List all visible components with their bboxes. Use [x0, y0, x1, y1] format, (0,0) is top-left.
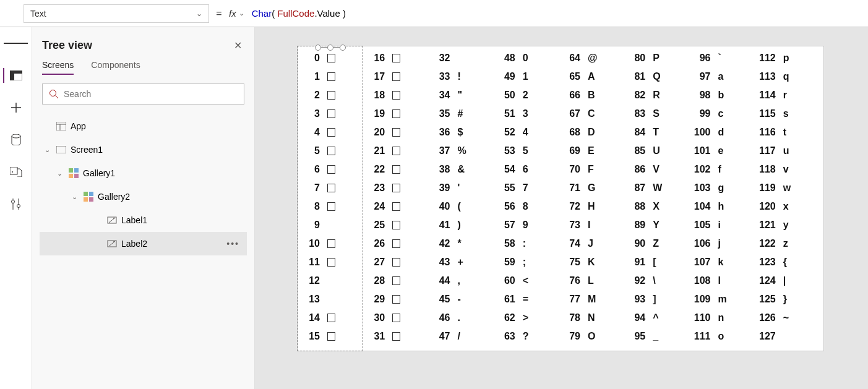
ascii-cell: 77M	[558, 290, 623, 309]
ascii-cell: 76L	[558, 271, 623, 290]
fx-label: fx	[229, 8, 236, 19]
ascii-cell: 535	[493, 142, 558, 160]
tree-view-icon[interactable]	[3, 68, 28, 83]
ascii-cell: 32	[428, 49, 493, 67]
gallery-icon	[83, 192, 94, 202]
tree-node-label: Gallery1	[83, 168, 115, 178]
ascii-column: 48049150251352453554655756857958:59;60<6…	[493, 46, 558, 351]
ascii-cell: 105i	[689, 216, 754, 234]
formula-input[interactable]: Char( FullCode.Value )	[252, 8, 809, 19]
canvas[interactable]: 0123456789101112131415161718192021222324…	[297, 46, 824, 351]
ascii-cell: 11	[298, 253, 363, 271]
ascii-cell: 34"	[428, 86, 493, 105]
ascii-cell: 119w	[754, 179, 819, 197]
svg-point-31	[113, 241, 114, 242]
ascii-cell: 122z	[754, 234, 819, 253]
close-icon[interactable]: ✕	[231, 37, 244, 54]
ascii-cell: 102f	[689, 160, 754, 179]
svg-rect-20	[69, 174, 73, 178]
tree-title: Tree view	[42, 39, 92, 52]
fx-dropdown[interactable]: fx ⌄	[229, 8, 252, 19]
ascii-cell: 39'	[428, 179, 493, 197]
ascii-cell: 21	[363, 142, 428, 160]
chevron-down-icon: ⌄	[45, 146, 52, 154]
tree-node-label1[interactable]: Label1•••	[40, 208, 247, 232]
ascii-cell: 37%	[428, 142, 493, 160]
ascii-cell: 29	[363, 290, 428, 309]
svg-rect-22	[84, 192, 88, 196]
svg-rect-2	[10, 74, 14, 80]
ascii-cell: 68D	[558, 123, 623, 142]
tree-node-screen1[interactable]: ⌄Screen1•••	[40, 138, 247, 161]
ascii-column: 32 33!34"35#36$37%38&39'40(41)42*43+44,4…	[428, 46, 493, 351]
ascii-cell: 61=	[493, 290, 558, 309]
ascii-cell: 64@	[558, 49, 623, 67]
ascii-cell: 88X	[623, 197, 688, 216]
ascii-cell: 579	[493, 216, 558, 234]
ascii-cell: 121y	[754, 216, 819, 234]
ascii-cell: 44,	[428, 271, 493, 290]
ascii-cell: 104h	[689, 197, 754, 216]
tree-panel: Tree view ✕ Screens Components App•••⌄Sc…	[32, 27, 255, 389]
data-icon[interactable]	[4, 132, 28, 147]
ascii-cell: 31	[363, 327, 428, 346]
ascii-cell: 41)	[428, 216, 493, 234]
tree-node-label: Label1	[121, 215, 147, 225]
svg-rect-6	[10, 167, 17, 174]
tree-node-gallery1[interactable]: ⌄Gallery1•••	[40, 161, 247, 185]
svg-line-13	[56, 96, 59, 99]
tree-node-gallery2[interactable]: ⌄Gallery2•••	[40, 185, 247, 208]
ascii-cell: 3	[298, 105, 363, 123]
ascii-cell: 112p	[754, 49, 819, 67]
ascii-cell: 7	[298, 179, 363, 197]
ascii-cell: 111o	[689, 327, 754, 346]
ascii-cell: 96`	[689, 49, 754, 67]
tree-node-label: Gallery2	[98, 192, 130, 202]
ascii-cell: 14	[298, 309, 363, 327]
ascii-cell: 90Z	[623, 234, 688, 253]
ascii-cell: 124|	[754, 271, 819, 290]
tree-node-app[interactable]: App•••	[40, 114, 247, 138]
tools-icon[interactable]	[4, 197, 28, 212]
svg-rect-24	[84, 197, 88, 202]
ascii-cell: 24	[363, 197, 428, 216]
svg-rect-17	[56, 146, 66, 153]
menu-icon[interactable]	[4, 36, 28, 51]
ascii-cell: 42*	[428, 234, 493, 253]
ascii-cell: 110n	[689, 309, 754, 327]
chevron-down-icon: ⌄	[239, 9, 244, 17]
more-icon[interactable]: •••	[226, 239, 239, 249]
ascii-cell: 10	[298, 234, 363, 253]
tab-screens[interactable]: Screens	[42, 60, 74, 75]
svg-rect-1	[10, 71, 22, 74]
ascii-cell: 127	[754, 327, 819, 346]
ascii-cell: 106j	[689, 234, 754, 253]
ascii-cell: 72H	[558, 197, 623, 216]
ascii-cell: 117u	[754, 142, 819, 160]
ascii-cell: 71G	[558, 179, 623, 197]
media-icon[interactable]	[4, 165, 28, 179]
tree-node-label2[interactable]: Label2•••	[40, 232, 247, 255]
ascii-cell: 59;	[493, 253, 558, 271]
ascii-cell: 47/	[428, 327, 493, 346]
property-dropdown[interactable]: Text ⌄	[24, 4, 209, 23]
tree-search[interactable]	[42, 83, 244, 105]
ascii-cell: 15	[298, 327, 363, 346]
ascii-cell: 5	[298, 142, 363, 160]
ascii-cell: 58:	[493, 234, 558, 253]
ascii-cell: 28	[363, 271, 428, 290]
insert-icon[interactable]	[4, 100, 28, 115]
ascii-cell: 78N	[558, 309, 623, 327]
svg-rect-21	[74, 174, 79, 178]
chevron-down-icon: ⌄	[57, 169, 64, 177]
ascii-cell: 38&	[428, 160, 493, 179]
ascii-cell: 568	[493, 197, 558, 216]
ascii-cell: 94^	[623, 309, 688, 327]
svg-point-5	[12, 134, 20, 138]
svg-point-12	[50, 90, 56, 96]
search-input[interactable]	[64, 89, 238, 99]
ascii-cell: 491	[493, 67, 558, 86]
tree-node-label: App	[71, 121, 86, 131]
tab-components[interactable]: Components	[91, 60, 140, 75]
ascii-cell: 109m	[689, 290, 754, 309]
